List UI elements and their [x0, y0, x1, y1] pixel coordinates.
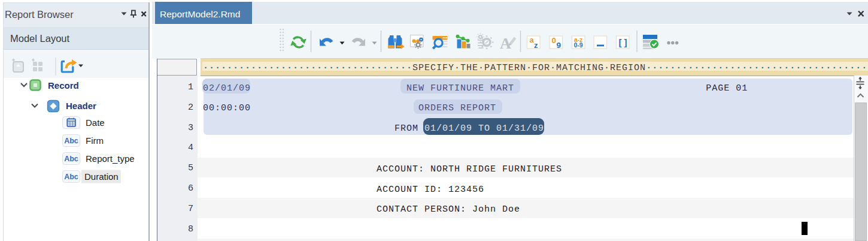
svg-text:9: 9 — [557, 41, 562, 50]
svg-text:Abc: Abc — [64, 173, 78, 181]
svg-text:Abc: Abc — [64, 137, 78, 145]
svg-text:0-9: 0-9 — [573, 41, 582, 49]
svg-text:0: 0 — [552, 36, 557, 45]
svg-text:Abc: Abc — [64, 155, 78, 163]
svg-text:[ ]: [ ] — [618, 37, 627, 47]
svg-text:z: z — [534, 41, 538, 50]
